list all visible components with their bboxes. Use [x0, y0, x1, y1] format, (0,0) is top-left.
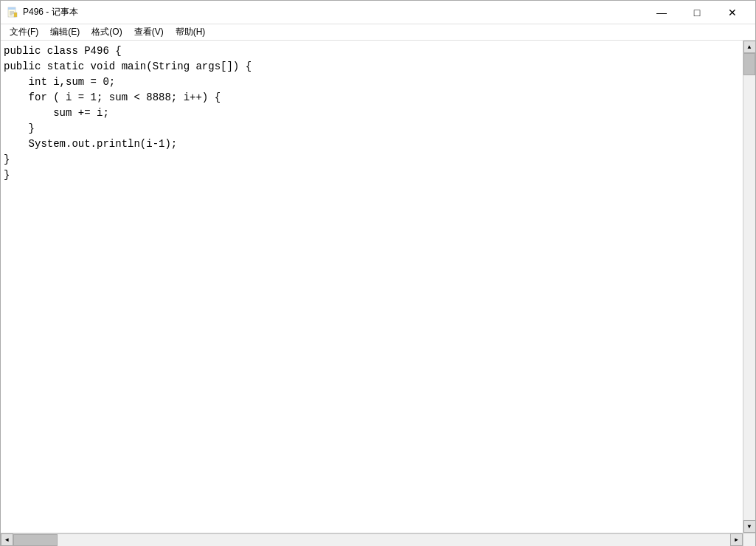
menu-edit[interactable]: 编辑(E) [44, 24, 86, 40]
scroll-track-v[interactable] [743, 53, 755, 520]
scroll-down-button[interactable]: ▼ [743, 520, 756, 533]
svg-rect-5 [14, 13, 17, 17]
close-button[interactable]: ✕ [715, 1, 749, 24]
maximize-button[interactable]: □ [680, 1, 714, 24]
menu-help[interactable]: 帮助(H) [170, 24, 212, 40]
title-bar: P496 - 记事本 — □ ✕ [1, 1, 755, 24]
title-bar-left: P496 - 记事本 [7, 6, 78, 18]
scroll-left-button[interactable]: ◄ [1, 533, 13, 546]
bottom-bar: ◄ ► [1, 533, 755, 545]
scroll-right-button[interactable]: ► [730, 533, 743, 546]
menu-bar: 文件(F) 编辑(E) 格式(O) 查看(V) 帮助(H) [1, 24, 755, 41]
text-editor[interactable]: public class P496 { public static void m… [1, 41, 743, 533]
editor-area: public class P496 { public static void m… [1, 41, 755, 533]
menu-file[interactable]: 文件(F) [4, 24, 44, 40]
window-title: P496 - 记事本 [23, 6, 78, 18]
app-icon [7, 7, 18, 18]
scroll-corner [743, 533, 755, 546]
scroll-up-button[interactable]: ▲ [743, 41, 756, 53]
minimize-button[interactable]: — [645, 1, 679, 24]
title-bar-controls: — □ ✕ [645, 1, 749, 24]
scroll-track-h[interactable] [13, 533, 730, 546]
menu-view[interactable]: 查看(V) [128, 24, 170, 40]
scroll-thumb-h[interactable] [13, 534, 58, 546]
scroll-thumb-v[interactable] [743, 53, 755, 75]
svg-rect-1 [8, 7, 15, 10]
notepad-window: P496 - 记事本 — □ ✕ 文件(F) 编辑(E) 格式(O) 查看(V)… [0, 0, 756, 546]
menu-format[interactable]: 格式(O) [86, 24, 128, 40]
vertical-scrollbar: ▲ ▼ [743, 41, 755, 533]
